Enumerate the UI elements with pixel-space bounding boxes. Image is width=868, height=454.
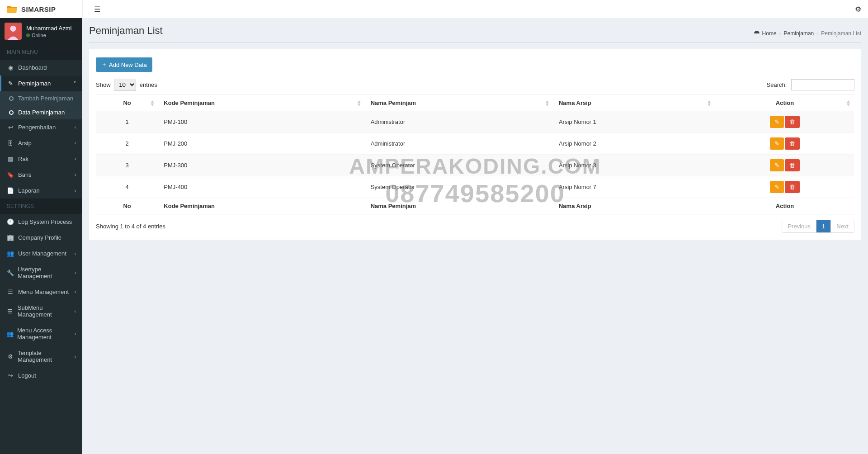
- sidebar-subitem-label: Data Peminjaman: [18, 109, 65, 116]
- circle-icon: [9, 110, 14, 115]
- cell-action: ✎🗑: [715, 176, 854, 198]
- trash-icon: 🗑: [789, 184, 795, 190]
- brand-logo[interactable]: SIMARSIP: [0, 0, 82, 18]
- sidebar-item-pengembalian[interactable]: ↩Pengembalian‹: [0, 119, 82, 135]
- menu-icon: 🕘: [6, 218, 14, 225]
- table-row: 2PMJ-200AdministratorArsip Nomor 2✎🗑: [96, 133, 854, 155]
- data-table: No▲▼Kode Peminjaman▲▼Nama Peminjam▲▼Nama…: [96, 95, 854, 214]
- trash-icon: 🗑: [789, 162, 795, 169]
- folder-icon: [7, 5, 18, 14]
- menu-icon: 👥: [6, 331, 14, 337]
- sidebar-item-baris[interactable]: 🔖Baris‹: [0, 167, 82, 183]
- column-header-nama-arsip: Nama Arsip: [553, 198, 715, 214]
- navbar: ☰ ⚙: [82, 0, 868, 18]
- menu-icon: ↩: [6, 124, 14, 131]
- chevron-icon: ‹: [75, 289, 76, 294]
- pagination: Previous 1 Next: [782, 220, 854, 233]
- sidebar-item-label: Usertype Management: [18, 266, 74, 279]
- sidebar-subitem-tambah-peminjaman[interactable]: Tambah Peminjaman: [0, 91, 82, 105]
- column-header-nama-arsip[interactable]: Nama Arsip▲▼: [553, 95, 715, 111]
- menu-icon: 🔖: [6, 171, 14, 178]
- cell-kode: PMJ-400: [158, 176, 365, 198]
- chevron-icon: ‹: [75, 172, 76, 177]
- sidebar-item-template-management[interactable]: ⚙Template Management‹: [0, 345, 82, 368]
- breadcrumb-parent[interactable]: Peminjaman: [784, 30, 814, 37]
- sidebar-item-user-management[interactable]: 👥User Management‹: [0, 246, 82, 261]
- trash-icon: 🗑: [789, 118, 795, 125]
- edit-button[interactable]: ✎: [770, 137, 784, 150]
- cell-action: ✎🗑: [715, 111, 854, 133]
- menu-icon: 🏢: [6, 234, 14, 241]
- breadcrumb-home[interactable]: Home: [762, 30, 777, 37]
- sidebar-subitem-data-peminjaman[interactable]: Data Peminjaman: [0, 105, 82, 119]
- content: Peminjaman List Home › Peminjaman › Pemi…: [82, 18, 868, 454]
- sidebar-item-rak[interactable]: ▦Rak‹: [0, 151, 82, 167]
- pencil-icon: ✎: [774, 184, 779, 190]
- edit-button[interactable]: ✎: [770, 116, 784, 128]
- delete-button[interactable]: 🗑: [785, 116, 800, 128]
- sidebar-item-company-profile[interactable]: 🏢Company Profile: [0, 230, 82, 246]
- search-control: Search:: [767, 79, 854, 90]
- column-header-action[interactable]: Action▲▼: [715, 95, 854, 111]
- sidebar-subitem-label: Tambah Peminjaman: [18, 95, 73, 102]
- chevron-icon: ‹: [75, 309, 76, 314]
- dashboard-icon: [754, 30, 760, 37]
- sidebar-item-label: Rak: [18, 156, 28, 162]
- menu-icon: 📄: [6, 187, 14, 194]
- sidebar-item-dashboard[interactable]: ◉Dashboard: [0, 60, 82, 76]
- add-new-data-button[interactable]: ＋ Add New Data: [96, 57, 152, 72]
- column-header-no[interactable]: No▲▼: [96, 95, 158, 111]
- sidebar-item-submenu-management[interactable]: ☰SubMenu Management‹: [0, 300, 82, 322]
- table-row: 1PMJ-100AdministratorArsip Nomor 1✎🗑: [96, 111, 854, 133]
- sidebar-item-label: Laporan: [18, 187, 40, 194]
- chevron-icon: ˅: [74, 81, 76, 86]
- cell-action: ✎🗑: [715, 133, 854, 155]
- length-select[interactable]: 10: [114, 79, 136, 91]
- menu-icon: 🔧: [6, 270, 14, 276]
- menu-icon: ☰: [6, 308, 14, 315]
- trash-icon: 🗑: [789, 140, 795, 147]
- sidebar-toggle-button[interactable]: ☰: [90, 3, 105, 16]
- sidebar-item-label: Peminjaman: [18, 80, 51, 87]
- chevron-icon: ‹: [75, 156, 76, 161]
- page-title: Peminjaman List: [89, 25, 163, 37]
- pagination-page-1[interactable]: 1: [816, 220, 830, 232]
- sidebar-header-settings: SETTINGS: [0, 199, 82, 214]
- edit-button[interactable]: ✎: [770, 181, 784, 193]
- delete-button[interactable]: 🗑: [785, 137, 800, 150]
- sidebar-item-log-system-process[interactable]: 🕘Log System Process: [0, 214, 82, 230]
- column-header-nama-peminjam[interactable]: Nama Peminjam▲▼: [365, 95, 553, 111]
- column-header-kode-peminjaman: Kode Peminjaman: [158, 198, 365, 214]
- pagination-next[interactable]: Next: [830, 220, 854, 232]
- menu-icon: ↪: [6, 372, 14, 379]
- sidebar-item-usertype-management[interactable]: 🔧Usertype Management‹: [0, 261, 82, 284]
- search-input[interactable]: [791, 79, 854, 90]
- sidebar-item-laporan[interactable]: 📄Laporan‹: [0, 183, 82, 199]
- menu-icon: ✎: [6, 80, 14, 87]
- delete-button[interactable]: 🗑: [785, 181, 800, 193]
- edit-button[interactable]: ✎: [770, 159, 784, 171]
- cell-arsip: Arsip Nomor 1: [553, 111, 715, 133]
- sidebar-item-arsip[interactable]: 🗄Arsip‹: [0, 135, 82, 151]
- main-header: SIMARSIP ☰ ⚙: [0, 0, 868, 18]
- sidebar-item-menu-management[interactable]: ☰Menu Management‹: [0, 284, 82, 300]
- sidebar-item-label: SubMenu Management: [18, 304, 75, 318]
- menu-icon: ▦: [6, 156, 14, 162]
- sort-icon: ▲▼: [846, 100, 851, 106]
- column-header-kode-peminjaman[interactable]: Kode Peminjaman▲▼: [158, 95, 365, 111]
- table-row: 3PMJ-300System OperatorArsip Nomor 3✎🗑: [96, 155, 854, 176]
- pagination-prev[interactable]: Previous: [782, 220, 816, 232]
- menu-icon: 👥: [6, 250, 14, 257]
- sidebar-item-label: Dashboard: [18, 64, 47, 71]
- chevron-icon: ‹: [75, 354, 76, 359]
- breadcrumb-current: Peminjaman List: [821, 30, 861, 37]
- sidebar-item-menu-access-management[interactable]: 👥Menu Access Management‹: [0, 322, 82, 345]
- sidebar-item-peminjaman[interactable]: ✎Peminjaman˅: [0, 76, 82, 91]
- sidebar-item-label: Pengembalian: [18, 124, 56, 131]
- settings-gear-icon[interactable]: ⚙: [855, 5, 861, 14]
- delete-button[interactable]: 🗑: [785, 159, 800, 171]
- chevron-icon: ‹: [75, 251, 76, 256]
- breadcrumb: Home › Peminjaman › Peminjaman List: [754, 30, 861, 37]
- cell-no: 3: [96, 155, 158, 176]
- sidebar-item-logout[interactable]: ↪Logout: [0, 368, 82, 383]
